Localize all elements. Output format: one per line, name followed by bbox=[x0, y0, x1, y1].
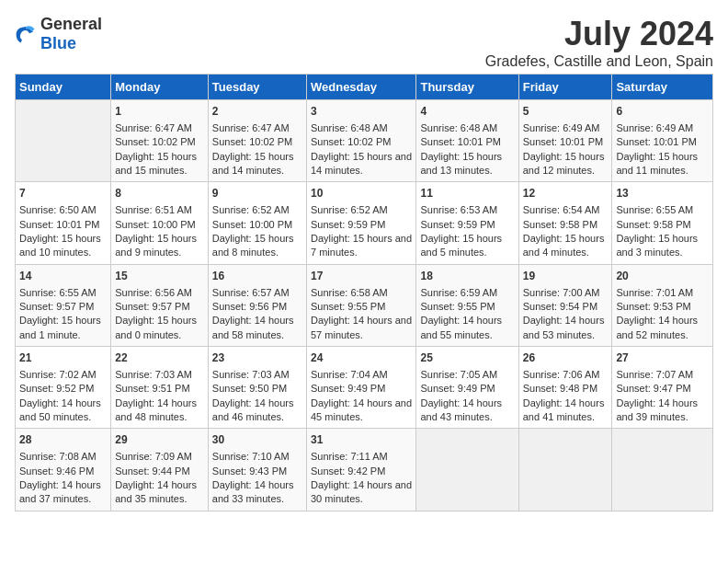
daylight-text: Daylight: 14 hours and 30 minutes. bbox=[311, 479, 412, 504]
calendar-week-5: 28Sunrise: 7:08 AMSunset: 9:46 PMDayligh… bbox=[16, 429, 713, 511]
weekday-header-saturday: Saturday bbox=[612, 75, 713, 100]
daylight-text: Daylight: 15 hours and 1 minute. bbox=[19, 315, 101, 339]
day-number: 30 bbox=[212, 432, 302, 448]
daylight-text: Daylight: 14 hours and 45 minutes. bbox=[311, 397, 412, 422]
day-number: 25 bbox=[420, 350, 514, 366]
sunset-text: Sunset: 10:01 PM bbox=[420, 136, 500, 147]
calendar-table: SundayMondayTuesdayWednesdayThursdayFrid… bbox=[15, 74, 713, 511]
day-number: 2 bbox=[212, 104, 302, 120]
sunrise-text: Sunrise: 6:55 AM bbox=[19, 287, 97, 298]
sunrise-text: Sunrise: 6:54 AM bbox=[523, 204, 600, 215]
day-number: 7 bbox=[19, 186, 107, 201]
title-block: July 2024 Gradefes, Castille and Leon, S… bbox=[485, 15, 713, 70]
day-number: 6 bbox=[616, 104, 709, 120]
calendar-cell: 6Sunrise: 6:49 AMSunset: 10:01 PMDayligh… bbox=[612, 100, 713, 182]
sunrise-text: Sunrise: 6:58 AM bbox=[311, 287, 388, 298]
calendar-cell: 8Sunrise: 6:51 AMSunset: 10:00 PMDayligh… bbox=[111, 182, 209, 264]
calendar-cell: 25Sunrise: 7:05 AMSunset: 9:49 PMDayligh… bbox=[416, 347, 518, 429]
calendar-cell: 27Sunrise: 7:07 AMSunset: 9:47 PMDayligh… bbox=[612, 347, 713, 429]
calendar-cell: 26Sunrise: 7:06 AMSunset: 9:48 PMDayligh… bbox=[518, 347, 612, 429]
calendar-week-2: 7Sunrise: 6:50 AMSunset: 10:01 PMDayligh… bbox=[16, 182, 713, 264]
weekday-header-row: SundayMondayTuesdayWednesdayThursdayFrid… bbox=[16, 75, 713, 100]
sunrise-text: Sunrise: 6:50 AM bbox=[19, 204, 97, 215]
sunrise-text: Sunrise: 6:47 AM bbox=[212, 122, 290, 133]
calendar-cell bbox=[16, 100, 111, 182]
sunrise-text: Sunrise: 6:59 AM bbox=[420, 287, 497, 298]
sunrise-text: Sunrise: 6:48 AM bbox=[311, 122, 388, 133]
day-number: 9 bbox=[212, 186, 302, 201]
daylight-text: Daylight: 15 hours and 11 minutes. bbox=[616, 151, 698, 176]
logo: General Blue bbox=[15, 15, 102, 53]
calendar-cell: 31Sunrise: 7:11 AMSunset: 9:42 PMDayligh… bbox=[306, 429, 415, 511]
sunrise-text: Sunrise: 7:02 AM bbox=[19, 369, 97, 380]
sunrise-text: Sunrise: 7:00 AM bbox=[523, 287, 600, 298]
daylight-text: Daylight: 15 hours and 0 minutes. bbox=[115, 315, 197, 339]
calendar-cell: 16Sunrise: 6:57 AMSunset: 9:56 PMDayligh… bbox=[208, 264, 306, 346]
sunrise-text: Sunrise: 6:51 AM bbox=[115, 204, 192, 215]
daylight-text: Daylight: 14 hours and 58 minutes. bbox=[212, 315, 294, 339]
sunrise-text: Sunrise: 7:03 AM bbox=[212, 369, 290, 380]
calendar-cell: 7Sunrise: 6:50 AMSunset: 10:01 PMDayligh… bbox=[16, 182, 111, 264]
sunrise-text: Sunrise: 7:01 AM bbox=[616, 287, 693, 298]
calendar-cell: 23Sunrise: 7:03 AMSunset: 9:50 PMDayligh… bbox=[208, 347, 306, 429]
daylight-text: Daylight: 15 hours and 12 minutes. bbox=[523, 151, 605, 176]
daylight-text: Daylight: 14 hours and 35 minutes. bbox=[115, 479, 197, 504]
sunrise-text: Sunrise: 6:53 AM bbox=[420, 204, 497, 215]
day-number: 15 bbox=[115, 269, 204, 284]
calendar-cell: 13Sunrise: 6:55 AMSunset: 9:58 PMDayligh… bbox=[612, 182, 713, 264]
sunset-text: Sunset: 9:44 PM bbox=[115, 465, 189, 477]
sunset-text: Sunset: 9:57 PM bbox=[115, 301, 189, 312]
sunset-text: Sunset: 9:56 PM bbox=[212, 301, 287, 312]
sunrise-text: Sunrise: 7:06 AM bbox=[523, 369, 600, 380]
sunset-text: Sunset: 9:57 PM bbox=[19, 301, 94, 312]
daylight-text: Daylight: 14 hours and 55 minutes. bbox=[420, 315, 502, 339]
sunset-text: Sunset: 9:55 PM bbox=[420, 301, 495, 312]
page-header: General Blue July 2024 Gradefes, Castill… bbox=[15, 15, 713, 70]
sunrise-text: Sunrise: 6:47 AM bbox=[115, 122, 192, 133]
main-title: July 2024 bbox=[485, 15, 713, 53]
calendar-cell: 11Sunrise: 6:53 AMSunset: 9:59 PMDayligh… bbox=[416, 182, 518, 264]
weekday-header-wednesday: Wednesday bbox=[306, 75, 415, 100]
sunset-text: Sunset: 9:48 PM bbox=[523, 383, 597, 394]
sunset-text: Sunset: 9:54 PM bbox=[523, 301, 597, 312]
day-number: 23 bbox=[212, 350, 302, 366]
daylight-text: Daylight: 14 hours and 41 minutes. bbox=[523, 397, 605, 422]
day-number: 18 bbox=[420, 269, 514, 284]
sunset-text: Sunset: 10:02 PM bbox=[115, 136, 195, 147]
sunset-text: Sunset: 9:43 PM bbox=[212, 465, 287, 477]
sunrise-text: Sunrise: 7:05 AM bbox=[420, 369, 497, 380]
day-number: 5 bbox=[523, 104, 609, 120]
logo-general: General bbox=[40, 15, 102, 33]
calendar-cell bbox=[518, 429, 612, 511]
daylight-text: Daylight: 14 hours and 57 minutes. bbox=[311, 315, 412, 339]
weekday-header-monday: Monday bbox=[111, 75, 209, 100]
day-number: 22 bbox=[115, 350, 204, 366]
calendar-cell: 18Sunrise: 6:59 AMSunset: 9:55 PMDayligh… bbox=[416, 264, 518, 346]
sunrise-text: Sunrise: 7:09 AM bbox=[115, 451, 192, 462]
daylight-text: Daylight: 14 hours and 46 minutes. bbox=[212, 397, 294, 422]
sunset-text: Sunset: 10:00 PM bbox=[212, 219, 292, 230]
day-number: 16 bbox=[212, 269, 302, 284]
sunset-text: Sunset: 9:59 PM bbox=[420, 219, 495, 230]
sunset-text: Sunset: 9:47 PM bbox=[616, 383, 690, 394]
daylight-text: Daylight: 14 hours and 52 minutes. bbox=[616, 315, 698, 339]
calendar-cell: 28Sunrise: 7:08 AMSunset: 9:46 PMDayligh… bbox=[16, 429, 111, 511]
calendar-cell: 10Sunrise: 6:52 AMSunset: 9:59 PMDayligh… bbox=[306, 182, 415, 264]
calendar-cell: 3Sunrise: 6:48 AMSunset: 10:02 PMDayligh… bbox=[306, 100, 415, 182]
sunset-text: Sunset: 9:53 PM bbox=[616, 301, 690, 312]
day-number: 29 bbox=[115, 432, 204, 448]
day-number: 17 bbox=[311, 269, 412, 284]
sunset-text: Sunset: 10:02 PM bbox=[212, 136, 292, 147]
calendar-cell bbox=[416, 429, 518, 511]
daylight-text: Daylight: 15 hours and 3 minutes. bbox=[616, 233, 698, 258]
sunset-text: Sunset: 9:42 PM bbox=[311, 465, 385, 477]
sunset-text: Sunset: 9:58 PM bbox=[616, 219, 690, 230]
subtitle: Gradefes, Castille and Leon, Spain bbox=[485, 53, 713, 70]
sunrise-text: Sunrise: 6:49 AM bbox=[616, 122, 693, 133]
sunset-text: Sunset: 9:59 PM bbox=[311, 219, 385, 230]
logo-icon bbox=[15, 23, 37, 45]
sunset-text: Sunset: 10:01 PM bbox=[523, 136, 603, 147]
day-number: 31 bbox=[311, 432, 412, 448]
day-number: 20 bbox=[616, 269, 709, 284]
sunrise-text: Sunrise: 6:55 AM bbox=[616, 204, 693, 215]
